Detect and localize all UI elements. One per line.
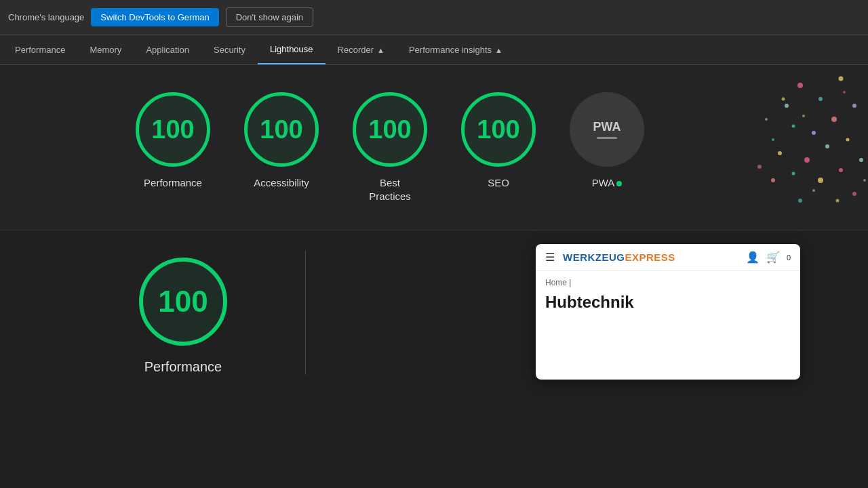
svg-point-13 xyxy=(792,172,795,176)
tab-application[interactable]: Application xyxy=(134,35,201,64)
recorder-icon: ▲ xyxy=(377,46,384,54)
svg-point-21 xyxy=(836,199,840,203)
score-label-pwa: PWA xyxy=(592,176,623,190)
svg-point-7 xyxy=(778,151,782,155)
svg-point-25 xyxy=(863,179,866,182)
browser-nav: ☰ WERKZEUGEXPRESS 👤 🛒 0 xyxy=(536,244,800,271)
performance-insights-icon: ▲ xyxy=(495,46,502,54)
svg-point-3 xyxy=(785,104,789,108)
score-circle-best-practices: 100 xyxy=(353,92,427,167)
language-text: Chrome's language xyxy=(8,12,84,22)
score-circle-performance: 100 xyxy=(136,92,210,167)
pwa-dash xyxy=(597,137,617,139)
user-icon: 👤 xyxy=(746,251,760,264)
tab-bar: Performance Memory Application Security … xyxy=(0,35,868,65)
confetti-area xyxy=(678,65,868,214)
perf-circle-large: 100 xyxy=(139,258,227,346)
perf-label-large: Performance xyxy=(144,359,222,375)
score-item-performance: 100 Performance xyxy=(136,92,210,190)
bottom-section: 100 Performance ☰ WERKZEUGEXPRESS 👤 🛒 0 … xyxy=(0,230,868,375)
tab-security[interactable]: Security xyxy=(201,35,258,64)
cart-badge: 0 xyxy=(787,253,791,262)
tab-performance-insights[interactable]: Performance insights ▲ xyxy=(397,35,515,64)
score-item-pwa: PWA PWA xyxy=(570,92,644,190)
svg-point-8 xyxy=(804,157,810,163)
score-item-best-practices: 100 BestPractices xyxy=(353,92,427,203)
cart-icon: 🛒 xyxy=(766,251,780,264)
dont-show-button[interactable]: Don't show again xyxy=(226,7,313,27)
brand-orange-text: EXPRESS xyxy=(625,251,675,263)
score-label-accessibility: Accessibility xyxy=(254,176,309,190)
svg-point-2 xyxy=(839,77,844,81)
switch-language-button[interactable]: Switch DevTools to German xyxy=(91,8,218,26)
tab-memory[interactable]: Memory xyxy=(77,35,134,64)
svg-point-26 xyxy=(802,115,805,117)
svg-point-6 xyxy=(792,125,795,128)
svg-point-9 xyxy=(825,144,829,148)
score-item-seo: 100 SEO xyxy=(461,92,536,190)
nav-icons: 👤 🛒 0 xyxy=(746,251,791,264)
vertical-divider xyxy=(305,251,306,375)
score-item-accessibility: 100 Accessibility xyxy=(244,92,319,190)
svg-point-24 xyxy=(757,165,762,169)
page-heading: Hubtechnik xyxy=(545,293,791,312)
tab-recorder[interactable]: Recorder ▲ xyxy=(326,35,397,64)
perf-detail: 100 Performance xyxy=(81,251,285,375)
brand-logo: WERKZEUGEXPRESS xyxy=(563,251,675,263)
svg-point-5 xyxy=(812,131,816,135)
score-label-performance: Performance xyxy=(144,176,202,190)
svg-point-12 xyxy=(771,178,775,182)
svg-point-22 xyxy=(798,199,802,203)
browser-content: Home | Hubtechnik xyxy=(536,271,800,319)
svg-point-18 xyxy=(782,98,785,101)
score-circle-pwa: PWA xyxy=(570,92,644,167)
score-circle-seo: 100 xyxy=(461,92,536,167)
svg-point-14 xyxy=(818,178,823,183)
brand-blue-text: WERKZEUG xyxy=(563,251,625,263)
svg-point-1 xyxy=(818,97,823,101)
browser-preview: ☰ WERKZEUGEXPRESS 👤 🛒 0 Home | Hubtechni… xyxy=(536,244,800,380)
score-circle-accessibility: 100 xyxy=(244,92,319,167)
svg-point-10 xyxy=(852,104,856,108)
hamburger-icon: ☰ xyxy=(545,251,555,264)
svg-point-19 xyxy=(772,138,774,141)
tab-performance[interactable]: Performance xyxy=(3,35,77,64)
breadcrumb: Home | xyxy=(545,278,791,287)
scores-section: 100 Performance 100 Accessibility 100 Be… xyxy=(0,65,868,230)
svg-point-0 xyxy=(797,83,803,88)
tab-lighthouse[interactable]: Lighthouse xyxy=(258,35,326,64)
svg-point-20 xyxy=(852,192,856,196)
svg-point-11 xyxy=(846,138,850,142)
score-label-seo: SEO xyxy=(488,176,509,190)
main-content: 100 Performance 100 Accessibility 100 Be… xyxy=(0,65,868,488)
pwa-status-dot xyxy=(616,181,622,186)
svg-point-4 xyxy=(831,117,837,122)
score-label-best-practices: BestPractices xyxy=(369,176,411,203)
svg-point-23 xyxy=(812,189,815,192)
svg-point-17 xyxy=(765,118,768,121)
svg-point-16 xyxy=(859,158,863,162)
svg-point-27 xyxy=(843,91,846,94)
language-bar: Chrome's language Switch DevTools to Ger… xyxy=(0,0,868,35)
svg-point-15 xyxy=(839,168,843,172)
